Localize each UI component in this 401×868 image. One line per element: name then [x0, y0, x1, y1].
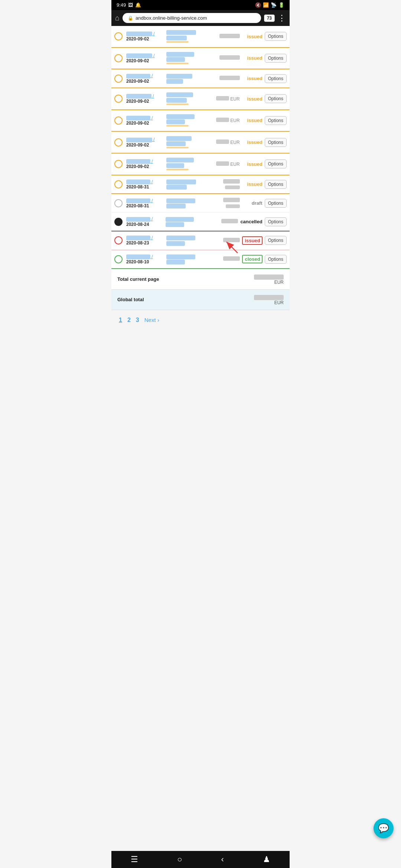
photo-icon: 🖼 — [128, 2, 133, 8]
invoice-id[interactable]: / — [126, 235, 164, 240]
table-row: / 2020-09-02 issued Options — [111, 26, 290, 48]
row-radio[interactable] — [114, 32, 123, 40]
table-row: / 2020-08-31 draft Options — [111, 194, 290, 213]
options-button[interactable]: Options — [265, 138, 287, 147]
page-1[interactable]: 1 — [119, 317, 122, 323]
options-button[interactable]: Options — [265, 32, 287, 41]
invoice-date: 2020-08-31 — [126, 184, 164, 190]
row-radio[interactable] — [114, 180, 123, 188]
lock-icon: 🔒 — [128, 16, 133, 21]
invoice-date: 2020-09-02 — [126, 164, 164, 169]
status-badge: cancelled — [240, 219, 262, 224]
total-current-page-row: Total current page EUR — [111, 269, 290, 289]
more-icon[interactable]: ⋮ — [278, 13, 286, 23]
invoice-amount — [214, 34, 240, 39]
signal-icon: 📡 — [271, 2, 277, 8]
invoice-amount — [214, 76, 240, 81]
invoice-id[interactable]: / — [126, 73, 164, 78]
row-radio[interactable] — [114, 138, 123, 147]
invoice-amount — [214, 256, 240, 262]
invoice-id[interactable]: / — [126, 93, 164, 99]
options-button[interactable]: Options — [265, 94, 287, 103]
row-radio[interactable] — [114, 54, 123, 62]
table-row: / 2020-09-02 issued Options — [111, 69, 290, 88]
total-current-amount — [254, 274, 284, 280]
invoice-id[interactable]: / — [126, 159, 164, 164]
row-radio[interactable] — [114, 236, 123, 244]
url-text: andbox.online-billing-service.com — [136, 15, 207, 21]
invoice-date: 2020-08-31 — [126, 203, 164, 208]
invoice-id[interactable]: / — [126, 115, 164, 121]
invoice-id[interactable]: / — [126, 31, 164, 36]
invoice-desc — [166, 92, 212, 106]
options-button[interactable]: Options — [265, 160, 287, 168]
invoice-amount — [214, 198, 240, 208]
row-radio[interactable] — [114, 255, 123, 263]
options-button[interactable]: Options — [265, 199, 287, 208]
options-button[interactable]: Options — [265, 74, 287, 83]
options-button[interactable]: Options — [265, 217, 287, 226]
options-button[interactable]: Options — [265, 54, 287, 63]
invoice-id[interactable]: / — [126, 216, 163, 221]
mute-icon: 🔇 — [255, 2, 261, 8]
global-total-row: Global total EUR — [111, 290, 290, 310]
total-current-page-value: EUR — [254, 273, 284, 285]
row-radio[interactable] — [114, 95, 123, 103]
row-radio[interactable] — [114, 199, 123, 207]
invoice-info: / 2020-09-02 — [126, 93, 164, 104]
total-current-currency: EUR — [254, 280, 284, 285]
invoice-desc — [166, 254, 212, 265]
invoice-amount: EUR — [214, 118, 240, 123]
invoice-info: / 2020-08-24 — [126, 216, 163, 227]
options-button[interactable]: Options — [265, 236, 287, 245]
home-icon[interactable]: ⌂ — [115, 14, 120, 22]
status-badge: closed — [242, 255, 263, 263]
table-row: / 2020-08-31 issued Options — [111, 175, 290, 194]
invoice-info: / 2020-09-02 — [126, 53, 164, 63]
invoice-desc — [166, 198, 212, 208]
status-badge: issued — [242, 76, 263, 81]
invoice-list: / 2020-09-02 issued Options / 2020-09-02 — [111, 26, 290, 269]
invoice-desc — [166, 30, 212, 43]
invoice-desc — [166, 135, 212, 149]
invoice-amount — [214, 238, 240, 243]
pagination-next[interactable]: Next › — [144, 317, 159, 323]
page-3[interactable]: 3 — [136, 317, 139, 323]
invoice-id[interactable]: / — [126, 137, 164, 142]
total-current-page-label: Total current page — [117, 276, 159, 282]
invoice-info: / 2020-09-02 — [126, 159, 164, 169]
options-button[interactable]: Options — [265, 180, 287, 189]
invoice-date: 2020-09-02 — [126, 121, 164, 126]
invoice-amount: EUR — [214, 161, 240, 167]
table-row: / 2020-08-24 cancelled Options — [111, 213, 290, 231]
global-total-amount — [254, 295, 284, 300]
status-badge: issued — [242, 161, 263, 167]
invoice-id[interactable]: / — [126, 254, 164, 259]
row-radio[interactable] — [114, 218, 123, 226]
row-radio[interactable] — [114, 75, 123, 83]
page-2[interactable]: 2 — [127, 317, 131, 323]
table-row: / 2020-09-02 EUR issued Options — [111, 154, 290, 175]
url-bar[interactable]: 🔒 andbox.online-billing-service.com — [123, 13, 261, 23]
invoice-date: 2020-09-02 — [126, 142, 164, 148]
invoice-date: 2020-08-24 — [126, 222, 163, 227]
invoice-id[interactable]: / — [126, 198, 164, 203]
row-radio[interactable] — [114, 160, 123, 168]
invoice-amount — [212, 219, 238, 224]
invoice-amount: EUR — [214, 139, 240, 145]
status-badge: issued — [242, 118, 263, 123]
invoice-amount: EUR — [214, 96, 240, 102]
browser-bar: ⌂ 🔒 andbox.online-billing-service.com 73… — [111, 10, 290, 26]
invoice-id[interactable]: / — [126, 179, 164, 184]
tab-count[interactable]: 73 — [264, 14, 275, 22]
status-badge: issued — [242, 55, 263, 61]
options-button[interactable]: Options — [265, 255, 287, 264]
row-radio[interactable] — [114, 116, 123, 125]
status-right: 🔇 📶 📡 🔋 — [255, 2, 284, 8]
invoice-date: 2020-08-10 — [126, 259, 164, 264]
invoice-info: / 2020-08-23 — [126, 235, 164, 246]
options-button[interactable]: Options — [265, 116, 287, 125]
invoice-id[interactable]: / — [126, 53, 164, 58]
invoice-date: 2020-09-02 — [126, 58, 164, 63]
wifi-icon: 📶 — [263, 2, 269, 8]
